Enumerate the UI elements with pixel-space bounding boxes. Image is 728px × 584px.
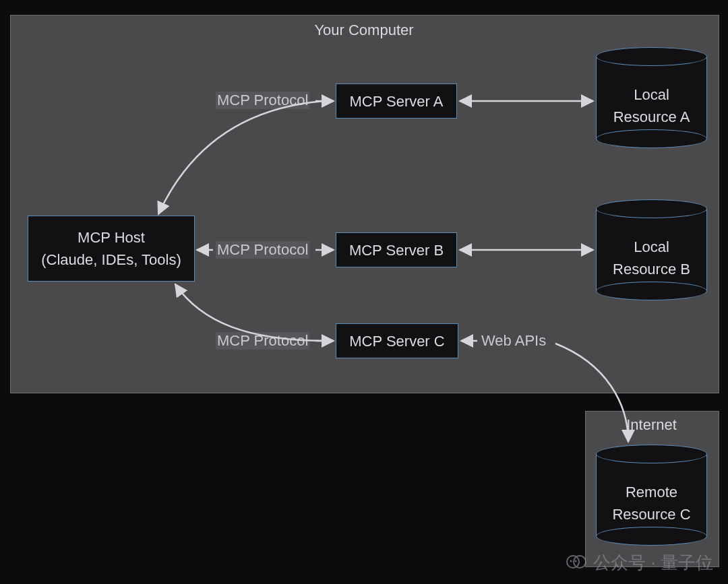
svg-point-9	[570, 560, 572, 562]
connectors	[0, 0, 728, 584]
watermark-text: 公众号 · 量子位	[593, 551, 713, 575]
watermark: 公众号 · 量子位	[566, 551, 713, 575]
svg-point-10	[575, 560, 577, 562]
